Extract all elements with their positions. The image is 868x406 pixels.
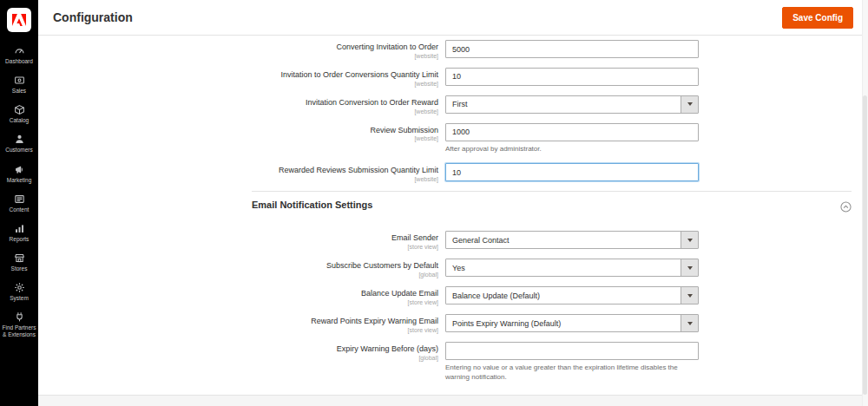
email-notification-settings-section: Email Notification Settings	[252, 191, 852, 210]
field-label: Review Submission	[38, 126, 438, 135]
field-scope: [store view]	[38, 298, 438, 306]
extensions-icon	[14, 311, 25, 323]
config-form: Converting Invitation to Order [website]…	[38, 36, 862, 395]
vertical-scrollbar[interactable]	[862, 0, 868, 406]
converting-invitation-to-order-input[interactable]	[445, 40, 699, 58]
field-row-review-submission: Review Submission [website] After approv…	[38, 123, 862, 154]
subscribe-customers-default-select[interactable]: Yes	[445, 259, 699, 277]
sidebar-item-customers[interactable]: Customers	[0, 134, 38, 154]
sidebar-item-label: Marketing	[7, 177, 32, 184]
reports-icon	[14, 223, 25, 234]
sidebar-item-label: Find Partners & Extensions	[1, 324, 37, 338]
sidebar-item-label: Stores	[11, 265, 28, 272]
field-label: Balance Update Email	[38, 289, 438, 298]
dashboard-icon	[14, 45, 25, 56]
invitation-conversion-reward-select[interactable]: First	[445, 95, 699, 114]
system-icon	[14, 282, 25, 293]
select-value: Yes	[446, 259, 681, 276]
select-value: First	[446, 96, 681, 113]
field-row-invitation-conversions-qty-limit: Invitation to Order Conversions Quantity…	[38, 68, 862, 88]
adobe-logo[interactable]	[7, 8, 31, 32]
sidebar-item-content[interactable]: Content	[0, 193, 38, 213]
select-value: General Contact	[446, 232, 681, 248]
sidebar-item-sales[interactable]: Sales	[0, 75, 38, 95]
sidebar-item-label: Sales	[12, 88, 26, 95]
field-scope: [website]	[38, 80, 438, 88]
balance-update-email-select[interactable]: Balance Update (Default)	[445, 286, 699, 304]
chevron-down-icon	[681, 259, 698, 276]
adobe-a-icon	[12, 14, 26, 26]
field-scope: [global]	[38, 271, 438, 278]
field-note: After approval by administrator.	[445, 145, 699, 154]
page-header: Configuration Save Config	[38, 0, 868, 36]
chevron-up-circle-icon	[840, 201, 852, 213]
sidebar-item-catalog[interactable]: Catalog	[0, 104, 38, 124]
page-footer	[38, 395, 868, 406]
reward-points-expiry-warning-email-select[interactable]: Points Expiry Warning (Default)	[445, 314, 699, 332]
rewarded-reviews-qty-limit-input[interactable]	[445, 163, 699, 181]
sidebar-item-label: Content	[10, 206, 30, 213]
expiry-warning-before-days-input[interactable]	[445, 342, 699, 360]
stores-icon	[14, 252, 25, 264]
field-row-balance-update-email: Balance Update Email [store view] Balanc…	[38, 286, 862, 306]
marketing-icon	[14, 164, 25, 175]
page-title: Configuration	[53, 10, 133, 24]
sidebar-item-label: Customers	[5, 147, 32, 154]
field-row-rewarded-reviews-qty-limit: Rewarded Reviews Submission Quantity Lim…	[38, 163, 862, 183]
field-label: Rewarded Reviews Submission Quantity Lim…	[38, 166, 438, 175]
chevron-down-icon	[681, 315, 698, 331]
content-icon	[14, 193, 25, 205]
field-scope: [store view]	[38, 243, 438, 251]
sidebar-item-find-partners-extensions[interactable]: Find Partners & Extensions	[0, 311, 38, 338]
field-label: Invitation Conversion to Order Reward	[38, 98, 438, 108]
collapse-section-button[interactable]	[840, 201, 852, 213]
field-label: Expiry Warning Before (days)	[38, 344, 438, 354]
field-row-expiry-warning-before-days: Expiry Warning Before (days) [global] En…	[38, 342, 862, 383]
field-label: Email Sender	[38, 233, 438, 243]
sidebar-item-dashboard[interactable]: Dashboard	[0, 45, 38, 65]
field-row-email-sender: Email Sender [store view] General Contac…	[38, 231, 862, 251]
sales-icon	[14, 75, 25, 86]
save-config-button[interactable]: Save Config	[782, 7, 853, 29]
sidebar-item-reports[interactable]: Reports	[0, 223, 38, 243]
catalog-icon	[14, 104, 25, 115]
field-scope: [website]	[38, 52, 438, 60]
field-scope: [website]	[38, 175, 438, 183]
sidebar-item-marketing[interactable]: Marketing	[0, 164, 38, 184]
field-row-invitation-conversion-reward: Invitation Conversion to Order Reward [w…	[38, 95, 862, 115]
admin-sidebar: Dashboard Sales Catalog Customers Market…	[0, 0, 38, 406]
chevron-down-icon	[681, 232, 698, 248]
field-label: Converting Invitation to Order	[38, 43, 438, 52]
sidebar-nav: Dashboard Sales Catalog Customers Market…	[0, 45, 38, 338]
chevron-down-icon	[681, 287, 698, 304]
field-scope: [store view]	[38, 326, 438, 334]
section-title: Email Notification Settings	[252, 200, 372, 210]
sidebar-item-label: Dashboard	[5, 58, 33, 65]
scrollbar-thumb[interactable]	[863, 95, 867, 395]
sidebar-item-system[interactable]: System	[0, 282, 38, 302]
field-note: Entering no value or a value greater tha…	[445, 363, 699, 383]
review-submission-input[interactable]	[445, 123, 699, 141]
field-row-reward-points-expiry-warning-email: Reward Points Expiry Warning Email [stor…	[38, 314, 862, 334]
field-label: Subscribe Customers by Default	[38, 261, 438, 271]
customers-icon	[14, 134, 25, 145]
field-scope: [website]	[38, 108, 438, 115]
email-sender-select[interactable]: General Contact	[445, 231, 699, 249]
sidebar-item-label: Catalog	[10, 117, 29, 124]
chevron-down-icon	[681, 96, 698, 113]
field-label: Invitation to Order Conversions Quantity…	[38, 70, 438, 80]
select-value: Points Expiry Warning (Default)	[446, 315, 681, 331]
field-row-converting-invitation-to-order: Converting Invitation to Order [website]	[38, 40, 862, 60]
sidebar-item-label: System	[10, 295, 29, 302]
field-scope: [global]	[38, 354, 438, 362]
field-scope: [website]	[38, 134, 438, 142]
invitation-order-conversions-qty-limit-input[interactable]	[445, 68, 699, 86]
sidebar-item-label: Reports	[10, 236, 30, 243]
field-label: Reward Points Expiry Warning Email	[38, 317, 438, 326]
sidebar-item-stores[interactable]: Stores	[0, 252, 38, 272]
field-row-subscribe-customers-default: Subscribe Customers by Default [global] …	[38, 259, 862, 278]
select-value: Balance Update (Default)	[446, 287, 681, 304]
